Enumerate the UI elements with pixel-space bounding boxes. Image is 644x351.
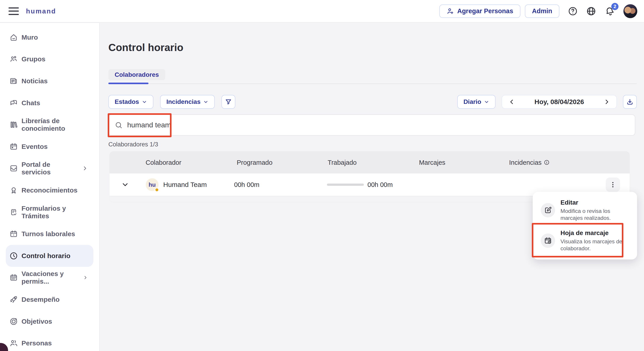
chevron-down-icon <box>203 99 208 104</box>
trabajado-value: 00h 00m <box>368 181 393 188</box>
medal-icon <box>10 186 18 194</box>
rocket-icon <box>10 295 18 304</box>
programado-value: 00h 00m <box>234 181 260 188</box>
row-actions-kebab-button[interactable] <box>606 178 620 192</box>
sidebar-item-control-horario[interactable]: Control horario <box>6 245 94 267</box>
calendar-dot-icon <box>10 230 18 238</box>
notification-badge: 2 <box>611 3 618 10</box>
funnel-icon <box>225 98 232 106</box>
add-people-button[interactable]: Agregar Personas <box>439 4 520 18</box>
chevron-right-icon <box>83 274 88 281</box>
sidebar-item-objetivos[interactable]: Objetivos <box>6 310 94 332</box>
menu-item-description: Visualiza los marcajes del colaborador. <box>560 238 629 252</box>
chats-icon <box>10 99 18 107</box>
menu-item-description: Modifica o revisa los marcajes realizado… <box>560 208 629 222</box>
download-icon <box>626 98 634 106</box>
home-icon <box>10 33 18 42</box>
sidebar: Muro Grupos Noticias Chats Librerías de … <box>0 23 100 351</box>
notifications-bell-icon[interactable]: 2 <box>604 6 615 16</box>
row-actions-menu: Editar Modifica o revisa los marcajes re… <box>533 192 637 260</box>
sidebar-item-personas[interactable]: Personas <box>6 332 94 351</box>
user-avatar[interactable] <box>624 4 637 18</box>
worked-progress-bar <box>327 184 364 186</box>
target-icon <box>10 317 18 326</box>
sidebar-item-vacaciones[interactable]: Vacaciones y permis... <box>6 267 94 289</box>
sidebar-item-librerias[interactable]: Librerías de conocimiento <box>6 114 94 136</box>
sidebar-item-reconocimientos[interactable]: Reconocimientos <box>6 179 94 201</box>
menu-icon[interactable] <box>8 8 19 15</box>
menu-item-title: Hoja de marcaje <box>560 230 629 236</box>
form-check-icon <box>10 208 18 216</box>
admin-button[interactable]: Admin <box>525 4 559 18</box>
column-header-incidencias: Incidencias <box>509 159 550 166</box>
edit-icon <box>541 203 555 217</box>
filter-funnel-button[interactable] <box>222 95 235 109</box>
sidebar-item-eventos[interactable]: Eventos <box>6 136 94 158</box>
search-icon <box>115 121 123 129</box>
topbar: humand Agregar Personas Admin <box>0 0 644 22</box>
period-dropdown[interactable]: Diario <box>457 95 496 109</box>
collaborator-name[interactable]: Humand Team <box>163 181 207 188</box>
date-navigator: Hoy, 08/04/2026 <box>502 95 617 109</box>
kebab-menu-icon <box>609 181 617 188</box>
search-input[interactable] <box>127 121 629 129</box>
sidebar-item-formularios[interactable]: Formularios y Trámites <box>6 201 94 223</box>
people-icon <box>10 339 18 348</box>
info-icon[interactable] <box>544 160 550 166</box>
sidebar-item-noticias[interactable]: Noticias <box>6 70 94 92</box>
page-title: Control horario <box>108 42 637 54</box>
column-header-marcajes: Marcajes <box>419 159 446 166</box>
sidebar-item-portal-de-servicios[interactable]: Portal de servicios <box>6 158 94 180</box>
help-icon[interactable] <box>568 6 578 16</box>
incidencias-filter-dropdown[interactable]: Incidencias <box>160 95 215 109</box>
tab-bar: Colaboradores <box>108 69 637 84</box>
tab-colaboradores[interactable]: Colaboradores <box>108 69 165 80</box>
person-add-icon <box>446 8 454 15</box>
sidebar-item-grupos[interactable]: Grupos <box>6 48 94 70</box>
column-header-trabajado: Trabajado <box>328 159 357 166</box>
library-icon <box>10 120 18 129</box>
app-logo: humand <box>26 8 56 15</box>
calendar-clock-icon <box>541 234 555 248</box>
sidebar-item-desempeno[interactable]: Desempeño <box>6 288 94 310</box>
calendar-grid-icon <box>10 273 18 282</box>
menu-item-editar[interactable]: Editar Modifica o revisa los marcajes re… <box>541 199 629 222</box>
globe-icon[interactable] <box>586 6 596 16</box>
chevron-down-icon <box>484 99 489 104</box>
tab-active-underline <box>108 82 148 84</box>
search-area <box>108 114 637 136</box>
inbox-icon <box>10 164 18 172</box>
current-date-label[interactable]: Hoy, 08/04/2026 <box>516 98 602 106</box>
chevron-right-icon <box>604 98 610 105</box>
sidebar-item-muro[interactable]: Muro <box>6 26 94 48</box>
column-header-programado: Programado <box>237 159 272 166</box>
next-day-button[interactable] <box>602 97 612 106</box>
menu-item-title: Editar <box>560 199 629 206</box>
clock-icon <box>10 252 18 260</box>
status-dot <box>155 188 159 192</box>
estados-filter-dropdown[interactable]: Estados <box>108 95 154 109</box>
chevron-down-icon <box>142 99 147 104</box>
filters-row: Estados Incidencias Diario Hoy, 08/04/20… <box>108 95 637 109</box>
collaborators-count: Colaboradores 1/3 <box>108 141 637 148</box>
chevron-left-icon <box>508 98 515 105</box>
sidebar-item-turnos-laborales[interactable]: Turnos laborales <box>6 223 94 245</box>
download-button[interactable] <box>623 95 637 109</box>
news-icon <box>10 77 18 85</box>
main-content: Control horario Colaboradores Estados In… <box>100 23 644 351</box>
expand-row-button[interactable] <box>121 181 129 189</box>
column-header-colaborador: Colaborador <box>146 159 182 166</box>
groups-icon <box>10 55 18 63</box>
chevron-down-icon <box>121 181 129 189</box>
chevron-right-icon <box>82 165 88 172</box>
table-header-row: Colaborador Programado Trabajado Marcaje… <box>110 151 630 174</box>
search-box <box>108 114 635 136</box>
menu-item-hoja-de-marcaje[interactable]: Hoja de marcaje Visualiza los marcajes d… <box>541 230 629 252</box>
sidebar-item-chats[interactable]: Chats <box>6 92 94 114</box>
previous-day-button[interactable] <box>507 97 516 106</box>
collaborator-avatar: hu <box>146 178 158 191</box>
calendar-icon <box>10 142 18 151</box>
